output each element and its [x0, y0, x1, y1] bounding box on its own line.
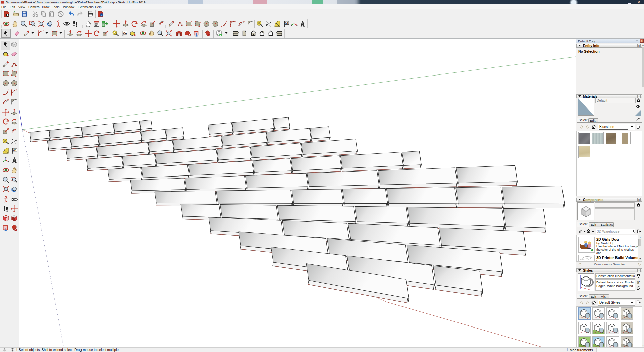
svg-text:A1: A1: [13, 148, 17, 152]
svg-text:A1: A1: [123, 31, 127, 34]
svg-text:A1: A1: [285, 22, 289, 25]
